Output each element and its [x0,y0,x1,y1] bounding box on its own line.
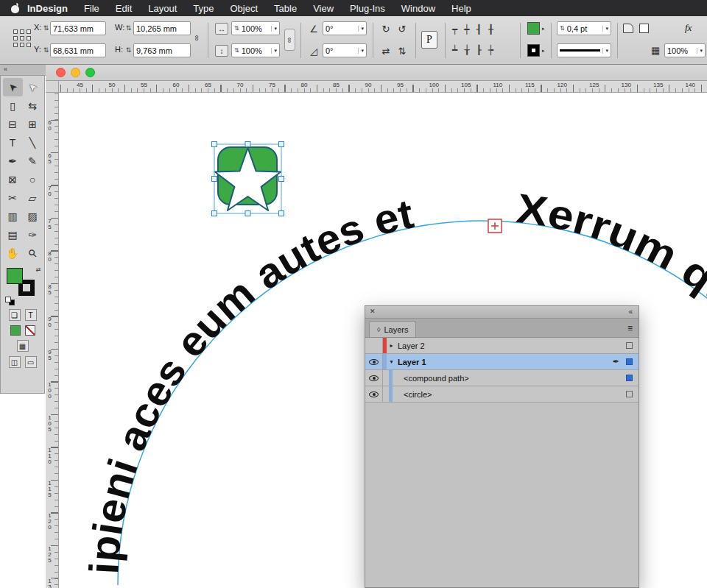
hand-tool[interactable]: ✋ [3,244,23,262]
h-field[interactable]: 9,763 mm [133,43,191,57]
apply-none-button[interactable] [25,325,35,336]
stroke-swatch-arrow-icon[interactable]: ▸ [542,48,545,54]
minimize-window-button[interactable] [71,68,80,77]
content-collector-tool[interactable]: ⊟ [3,115,23,133]
selection-proxy-square[interactable] [626,391,633,397]
distribute-icon[interactable]: ┠ [476,46,481,54]
scissors-tool[interactable]: ✂ [3,188,23,207]
distribute-icon[interactable]: ┿ [464,25,469,34]
selection-proxy-square[interactable] [626,358,633,365]
type-tool[interactable]: T [3,133,23,152]
w-stepper[interactable]: ⇅ [125,25,132,32]
constrain-dimensions-chain-icon[interactable]: ∞ [193,35,202,41]
zoom-tool[interactable]: ⚲ [23,244,43,262]
rectangle-frame-tool[interactable]: ⊠ [3,170,23,188]
note-tool[interactable]: ▤ [3,225,23,244]
fill-color-box[interactable] [7,268,23,284]
menu-help[interactable]: Help [443,3,479,14]
fill-swatch-arrow-icon[interactable]: ▸ [542,26,545,32]
distribute-icon[interactable]: ┨ [476,25,481,34]
pencil-tool[interactable]: ✎ [23,152,43,170]
layer-row[interactable]: ▾Layer 1✒ [365,354,639,370]
eyedropper-tool[interactable]: ✑ [23,225,43,244]
horizontal-ruler[interactable]: 4550556065707580859095100105110115120125… [59,81,707,93]
shear-angle-field[interactable]: 0°▾ [323,43,367,57]
layer-name[interactable]: <circle> [404,390,432,399]
w-field[interactable]: 10,265 mm [133,21,191,35]
free-transform-tool[interactable]: ▱ [23,188,43,207]
corner-shape-icon[interactable] [639,24,649,33]
document-window-titlebar[interactable] [46,65,707,81]
distribute-icon[interactable]: ╁ [464,46,469,54]
stroke-weight-field[interactable]: ⇅0,4 pt▾ [557,21,611,35]
layer-name[interactable]: <compound path> [404,374,469,383]
pen-tool[interactable]: ✒ [3,152,23,170]
stroke-style-field[interactable]: ▾ [557,43,611,57]
menu-type[interactable]: Type [185,3,222,14]
expander-icon[interactable]: ▾ [387,358,396,365]
menu-edit[interactable]: Edit [108,3,140,14]
menu-layout[interactable]: Layout [140,3,185,14]
selection-tool[interactable]: ➤ [3,78,23,96]
y-stepper[interactable]: ⇅ [43,47,49,54]
close-panel-icon[interactable]: ✕ [370,308,376,315]
visibility-eye-icon[interactable] [365,370,383,386]
x-field[interactable]: 71,633 mm [50,21,106,35]
layer-name[interactable]: Layer 1 [398,358,426,366]
constrain-scale-link-icon[interactable]: ∞ [284,29,295,51]
layer-row[interactable]: <circle> [365,386,639,403]
menu-indesign[interactable]: InDesign [26,3,76,14]
visibility-toggle-empty[interactable] [365,338,383,353]
stroke-swatch[interactable] [527,44,540,57]
effects-fx-button[interactable]: fx [685,22,692,34]
gap-tool[interactable]: ⇆ [23,96,43,115]
opacity-field[interactable]: 100%▾ [664,43,706,57]
visibility-eye-icon[interactable] [365,386,383,402]
layer-name[interactable]: Layer 2 [398,341,425,350]
menu-plug-ins[interactable]: Plug-Ins [342,3,393,14]
page-tool[interactable]: ▯ [3,96,23,115]
default-fill-stroke-icon[interactable] [5,297,11,302]
direct-selection-tool[interactable]: ➤ [23,78,43,96]
menu-window[interactable]: Window [393,3,443,14]
content-placer-tool[interactable]: ⊞ [23,115,43,133]
flip-horizontal-button[interactable]: ⇄ [379,44,393,57]
close-window-button[interactable] [56,68,66,77]
selection-proxy-square[interactable] [626,375,633,381]
screen-mode-normal-button[interactable]: ◫ [9,356,21,368]
selection-proxy-square[interactable] [626,342,633,349]
compound-path-object[interactable] [215,147,281,210]
expander-icon[interactable]: ▸ [387,342,396,349]
panel-menu-icon[interactable]: ≡ [627,323,633,333]
distribute-icon[interactable]: ┯ [452,25,457,34]
distribute-icon[interactable]: ┷ [452,46,457,54]
fill-stroke-proxy[interactable]: ⇄ [4,266,41,305]
collapse-panel-icon[interactable]: « [628,308,633,316]
corner-options-icon[interactable] [623,24,633,33]
panel-dock-collapse-bar[interactable]: « [0,65,46,76]
menu-table[interactable]: Table [266,3,305,14]
formatting-affects-text-button[interactable]: T [25,309,37,321]
apple-menu-icon[interactable] [10,4,20,13]
h-stepper[interactable]: ⇅ [125,47,132,54]
distribute-icon[interactable]: ┾ [488,46,493,54]
screen-mode-preview-button[interactable]: ▭ [25,356,37,368]
zoom-window-button[interactable] [85,68,95,77]
tab-layers[interactable]: ◊ Layers [369,321,416,337]
gradient-swatch-tool[interactable]: ▥ [3,207,23,225]
y-field[interactable]: 68,631 mm [50,43,106,57]
layer-row[interactable]: <compound path> [365,370,639,386]
swap-fill-stroke-icon[interactable]: ⇄ [36,266,41,273]
fill-swatch[interactable] [527,22,540,35]
flip-vertical-button[interactable]: ⇅ [395,44,409,57]
distribute-icon[interactable]: ╂ [488,25,493,34]
text-path-port-marker[interactable] [488,219,502,233]
visibility-eye-icon[interactable] [365,354,383,369]
rotation-angle-field[interactable]: 0°▾ [323,21,367,35]
x-stepper[interactable]: ⇅ [43,25,49,32]
scale-y-field[interactable]: ⇅100%▾ [231,43,280,57]
menu-object[interactable]: Object [222,3,267,14]
rotate-cw-button[interactable]: ↻ [379,22,393,35]
view-options-button[interactable]: ▦ [17,340,29,352]
scale-x-field[interactable]: ⇅100%▾ [231,21,280,35]
